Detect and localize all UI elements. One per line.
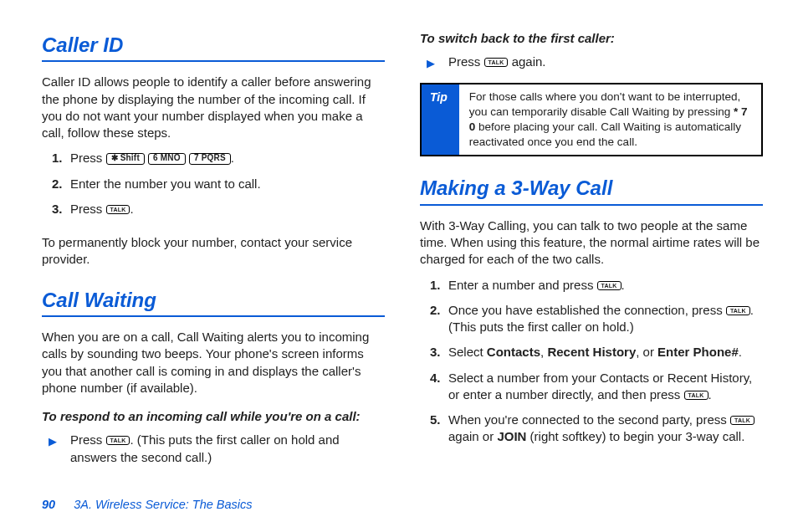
step-text: , or bbox=[636, 345, 657, 359]
opt-enterphone: Enter Phone# bbox=[657, 345, 739, 359]
list-item: Once you have established the connection… bbox=[433, 302, 763, 336]
threeway-steps: Enter a number and press TALK. Once you … bbox=[433, 277, 763, 454]
key-talk-icon: TALK bbox=[730, 416, 755, 425]
key-6-icon: 6 MNO bbox=[148, 153, 186, 165]
key-talk-icon: TALK bbox=[106, 436, 130, 445]
opt-recent: Recent History bbox=[547, 345, 636, 359]
opt-join: JOIN bbox=[497, 429, 526, 443]
key-talk-icon: TALK bbox=[726, 306, 750, 315]
step-text: Press bbox=[448, 54, 484, 69]
subhead-switch: To switch back to the first caller: bbox=[420, 30, 763, 47]
footer-title: 3A. Wireless Service: The Basics bbox=[74, 498, 252, 511]
tip-box: Tip For those calls where you don't want… bbox=[420, 83, 763, 157]
step-text: Enter a number and press bbox=[448, 278, 597, 292]
step-text: again. bbox=[508, 54, 545, 69]
list-item: Enter a number and press TALK. bbox=[433, 277, 763, 294]
key-talk-icon: TALK bbox=[484, 58, 509, 67]
step-text: again or bbox=[448, 429, 497, 443]
arrow-icon: ▶ bbox=[49, 434, 57, 449]
key-talk-icon: TALK bbox=[106, 205, 130, 214]
call-waiting-intro: When you are on a call, Call Waiting ale… bbox=[42, 329, 385, 396]
list-item: Press TALK. bbox=[55, 201, 385, 217]
list-item: Select a number from your Contacts or Re… bbox=[433, 370, 763, 404]
arrow-icon: ▶ bbox=[427, 56, 435, 71]
list-item: When you're connected to the second part… bbox=[433, 412, 763, 446]
caller-id-steps: Press ✱ Shift 6 MNO 7 PQRS. Enter the nu… bbox=[55, 150, 385, 226]
key-talk-icon: TALK bbox=[684, 391, 708, 400]
page-columns: Caller ID Caller ID allows people to ide… bbox=[42, 27, 763, 478]
step-text: Press bbox=[70, 151, 106, 165]
step-text: . bbox=[130, 202, 133, 216]
caller-id-intro: Caller ID allows people to identify a ca… bbox=[42, 74, 385, 141]
heading-caller-id: Caller ID bbox=[42, 32, 385, 62]
heading-3way: Making a 3-Way Call bbox=[420, 175, 763, 205]
arrow-item-switch: ▶ Press TALK again. bbox=[420, 54, 763, 70]
page-number: 90 bbox=[42, 498, 55, 511]
step-text: Press bbox=[70, 432, 106, 447]
tip-text-a: For those calls where you don't want to … bbox=[469, 90, 741, 118]
tip-text: For those calls where you don't want to … bbox=[459, 84, 761, 156]
step-text: . bbox=[622, 278, 625, 292]
step-text: Select bbox=[448, 345, 487, 359]
step-text: Press bbox=[70, 202, 106, 216]
arrow-item-respond: ▶ Press TALK. (This puts the first calle… bbox=[42, 432, 385, 466]
page-footer: 903A. Wireless Service: The Basics bbox=[42, 497, 253, 514]
list-item: Press ✱ Shift 6 MNO 7 PQRS. bbox=[55, 150, 385, 166]
list-item: Enter the number you want to call. bbox=[55, 176, 385, 192]
key-talk-icon: TALK bbox=[597, 281, 622, 290]
tip-label: Tip bbox=[422, 84, 459, 156]
step-text: . bbox=[739, 345, 742, 359]
opt-contacts: Contacts bbox=[487, 345, 540, 359]
step-text: . bbox=[231, 151, 234, 165]
step-text: . bbox=[708, 387, 712, 402]
step-text: Once you have established the connection… bbox=[448, 303, 726, 317]
key-7-icon: 7 PQRS bbox=[189, 153, 231, 165]
caller-id-note: To permanently block your number, contac… bbox=[42, 234, 385, 269]
list-item: Select Contacts, Recent History, or Ente… bbox=[433, 344, 763, 361]
step-text: (right softkey) to begin your 3-way call… bbox=[526, 429, 744, 443]
subhead-respond: To respond to an incoming call while you… bbox=[42, 408, 385, 425]
threeway-intro: With 3-Way Calling, you can talk to two … bbox=[420, 217, 763, 269]
key-star-icon: ✱ Shift bbox=[106, 153, 145, 165]
right-column: To switch back to the first caller: ▶ Pr… bbox=[420, 27, 763, 478]
heading-call-waiting: Call Waiting bbox=[42, 287, 385, 317]
left-column: Caller ID Caller ID allows people to ide… bbox=[42, 27, 385, 478]
tip-text-c: before placing your call. Call Waiting i… bbox=[469, 120, 741, 148]
step-text: When you're connected to the second part… bbox=[448, 412, 730, 427]
